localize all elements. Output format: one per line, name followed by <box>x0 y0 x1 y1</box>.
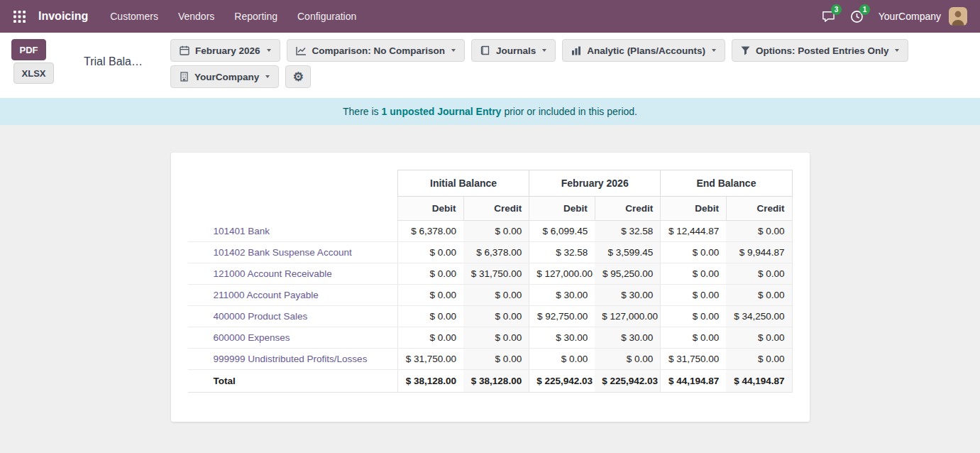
cell-value: $ 31,750.00 <box>661 349 727 370</box>
cell-value: $ 0.00 <box>726 349 792 370</box>
total-value: $ 44,194.87 <box>726 370 792 393</box>
sub-header-row: Debit Credit Debit Credit Debit Credit <box>188 197 793 221</box>
report-settings-button[interactable]: ⚙ <box>285 65 311 88</box>
navbar-systray: 3 1 YourCompany <box>816 4 973 29</box>
cell-value: $ 127,000.00 <box>595 306 661 327</box>
account-link[interactable]: 101401 Bank <box>214 226 270 236</box>
table-row: 600000 Expenses $ 0.00 $ 0.00 $ 30.00 $ … <box>188 327 793 349</box>
column-group-header-row: Initial Balance February 2026 End Balanc… <box>188 170 793 197</box>
chevron-down-icon <box>451 49 456 52</box>
column-header-debit: Debit <box>661 197 727 221</box>
journals-filter-button[interactable]: Journals <box>471 39 556 62</box>
menu-item-configuration[interactable]: Configuration <box>290 6 364 27</box>
cell-value: $ 0.00 <box>726 221 792 242</box>
messages-button[interactable]: 3 <box>816 4 842 29</box>
cell-value: $ 0.00 <box>726 263 792 285</box>
account-link[interactable]: 600000 Expenses <box>214 332 290 343</box>
cell-value: $ 30.00 <box>595 285 661 306</box>
avatar <box>949 7 967 26</box>
chevron-down-icon <box>895 49 899 52</box>
pdf-button[interactable]: PDF <box>11 39 46 60</box>
app-name[interactable]: Invoicing <box>38 10 88 23</box>
filter-row-1: February 2026 Comparison: No Comparison … <box>170 39 908 62</box>
cell-value: $ 0.00 <box>726 285 792 306</box>
cell-value: $ 6,378.00 <box>463 242 529 263</box>
cell-value: $ 0.00 <box>398 242 464 263</box>
activities-badge: 1 <box>859 4 870 15</box>
report-card: Initial Balance February 2026 End Balanc… <box>171 153 810 422</box>
table-row: 121000 Account Receivable $ 0.00 $ 31,75… <box>188 263 793 285</box>
company-filter-label: YourCompany <box>194 72 259 82</box>
analytic-filter-button[interactable]: Analytic (Plans/Accounts) <box>562 39 725 62</box>
column-group-period: February 2026 <box>529 170 661 197</box>
account-link[interactable]: 400000 Product Sales <box>214 311 308 322</box>
cell-value: $ 0.00 <box>463 349 529 370</box>
calendar-icon <box>180 45 189 55</box>
cell-value: $ 0.00 <box>661 285 727 306</box>
column-header-debit: Debit <box>398 197 464 221</box>
total-label: Total <box>188 370 398 393</box>
top-navbar: Invoicing Customers Vendors Reporting Co… <box>0 0 980 33</box>
user-menu-button[interactable]: YourCompany <box>873 7 973 26</box>
cell-value: $ 0.00 <box>661 263 727 285</box>
company-name: YourCompany <box>879 11 941 22</box>
company-filter-button[interactable]: YourCompany <box>170 65 279 88</box>
banner-text-before: There is <box>343 106 379 117</box>
cell-value: $ 0.00 <box>463 327 529 349</box>
menu-item-customers[interactable]: Customers <box>102 6 166 27</box>
cell-value: $ 32.58 <box>529 242 595 263</box>
cell-value: $ 0.00 <box>463 221 529 242</box>
cell-value: $ 0.00 <box>398 263 464 285</box>
filter-funnel-icon <box>741 46 750 55</box>
apps-grid-icon <box>13 11 26 23</box>
column-header-credit: Credit <box>463 197 529 221</box>
column-header-debit: Debit <box>529 197 595 221</box>
xlsx-button[interactable]: XLSX <box>13 62 54 84</box>
unposted-entries-link[interactable]: 1 unposted Journal Entry <box>382 106 502 117</box>
cell-value: $ 12,444.87 <box>661 221 727 242</box>
cell-value: $ 0.00 <box>661 306 727 327</box>
cell-value: $ 0.00 <box>726 327 792 349</box>
table-row: 999999 Undistributed Profits/Losses $ 31… <box>188 349 793 370</box>
cell-value: $ 0.00 <box>398 327 464 349</box>
apps-menu-button[interactable] <box>7 4 31 28</box>
column-header-credit: Credit <box>595 197 661 221</box>
account-link[interactable]: 121000 Account Receivable <box>214 268 332 279</box>
report-filters: February 2026 Comparison: No Comparison … <box>170 39 908 88</box>
period-filter-button[interactable]: February 2026 <box>170 39 280 62</box>
chevron-down-icon <box>267 49 271 52</box>
cell-value: $ 31,750.00 <box>463 263 529 285</box>
account-link[interactable]: 999999 Undistributed Profits/Losses <box>214 354 368 364</box>
chevron-down-icon <box>265 75 270 78</box>
account-link[interactable]: 101402 Bank Suspense Account <box>214 247 352 258</box>
table-row: 101401 Bank $ 6,378.00 $ 0.00 $ 6,099.45… <box>188 221 793 242</box>
trial-balance-table: Initial Balance February 2026 End Balanc… <box>188 170 793 393</box>
period-filter-label: February 2026 <box>195 45 260 56</box>
messages-badge: 3 <box>831 4 842 15</box>
total-value: $ 225,942.03 <box>529 370 595 393</box>
menu-item-vendors[interactable]: Vendors <box>170 6 222 27</box>
cell-value: $ 95,250.00 <box>595 263 661 285</box>
control-panel-left: PDF XLSX Trial Bala… <box>11 39 170 84</box>
account-link[interactable]: 211000 Account Payable <box>214 290 319 300</box>
cell-value: $ 0.00 <box>529 349 595 370</box>
journals-filter-label: Journals <box>496 45 536 56</box>
bar-chart-icon <box>571 46 581 55</box>
activities-button[interactable]: 1 <box>844 4 870 29</box>
book-icon <box>480 45 490 55</box>
options-filter-button[interactable]: Options: Posted Entries Only <box>732 39 909 62</box>
chevron-down-icon <box>712 49 716 52</box>
menu-item-reporting[interactable]: Reporting <box>226 6 285 27</box>
cell-value: $ 0.00 <box>661 327 727 349</box>
cell-value: $ 127,000.00 <box>529 263 595 285</box>
cell-value: $ 0.00 <box>398 306 464 327</box>
analytic-filter-label: Analytic (Plans/Accounts) <box>587 45 705 56</box>
cell-value: $ 6,378.00 <box>398 221 464 242</box>
comparison-filter-button[interactable]: Comparison: No Comparison <box>287 39 466 62</box>
total-value: $ 38,128.00 <box>398 370 464 393</box>
banner-text-after: prior or included in this period. <box>504 106 637 117</box>
cell-value: $ 0.00 <box>595 349 661 370</box>
cell-value: $ 92,750.00 <box>529 306 595 327</box>
content-area: Initial Balance February 2026 End Balanc… <box>0 125 980 422</box>
cell-value: $ 0.00 <box>661 242 727 263</box>
